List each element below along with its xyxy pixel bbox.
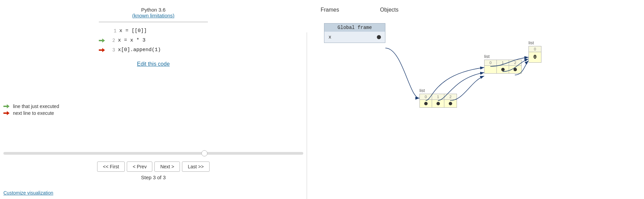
legend-red-text: next line to execute <box>13 110 54 116</box>
line-num-1: 1 <box>108 27 117 35</box>
code-text-1: x = [[0]] <box>119 27 147 35</box>
cell-index-0: 0 <box>420 94 432 100</box>
legend-green-text: line that just executed <box>13 104 59 109</box>
last-button[interactable]: Last >> <box>182 162 210 172</box>
python-version: Python 3.6 (known limitations) <box>132 7 174 18</box>
inner-cell-0: 0 <box>485 60 497 73</box>
list-cell-1: 1 <box>432 94 444 107</box>
code-text-2: x = x * 3 <box>118 36 145 45</box>
line-num-2: 2 <box>107 37 115 44</box>
customize-link[interactable]: Customize visualization <box>3 190 53 196</box>
step-label: Step 3 of 3 <box>141 174 166 180</box>
inner-cell-2: 2 <box>509 60 521 73</box>
main-container: Python 3.6 (known limitations) 1 x = [[0… <box>0 0 644 199</box>
inner-cell-1: 1 <box>497 60 509 73</box>
line-num-3: 3 <box>107 46 115 54</box>
legend: line that just executed next line to exe… <box>0 102 59 117</box>
inner-index-2: 2 <box>509 60 521 66</box>
list-cell-0: 0 <box>420 94 432 107</box>
value-box-label: list <box>528 40 541 45</box>
frame-pointer-dot <box>377 35 381 39</box>
inner-list-cells: 0 1 2 <box>484 60 522 74</box>
inner-dot-1 <box>501 68 505 71</box>
known-limitations-link[interactable]: (known limitations) <box>132 13 174 18</box>
legend-red-arrow-icon <box>3 111 10 116</box>
outer-list: list 0 1 2 <box>419 88 457 108</box>
value-box-cells: 0 0 <box>528 46 541 63</box>
inner-list-label: list <box>484 54 522 59</box>
visualization-area: Global frame x list 0 1 <box>321 20 630 183</box>
outer-list-cells: 0 1 2 <box>419 94 457 108</box>
legend-green-arrow-icon <box>3 104 10 109</box>
frame-header: Global frame <box>324 24 385 32</box>
code-line-1: 1 x = [[0]] <box>99 27 208 35</box>
edit-this-code-link[interactable]: Edit this code <box>137 61 170 67</box>
red-arrow-icon <box>99 48 106 52</box>
inner-index-0: 0 <box>485 60 496 66</box>
first-button[interactable]: << First <box>97 162 125 172</box>
value-val-0: 0 <box>529 52 541 62</box>
objects-title: Objects <box>380 7 398 13</box>
frame-var-x: x <box>328 34 331 40</box>
frame-row: x <box>324 32 385 43</box>
frames-title: Frames <box>321 7 339 13</box>
global-frame: Global frame x <box>324 23 385 43</box>
inner-value-0 <box>485 66 496 70</box>
prev-button[interactable]: < Prev <box>127 162 153 172</box>
code-text-3: x[0].append(1) <box>118 46 161 54</box>
legend-green: line that just executed <box>3 104 59 109</box>
code-area: 1 x = [[0]] 2 x = x * 3 3 x[0].append(1) <box>99 22 208 56</box>
slider-track[interactable] <box>3 152 303 155</box>
version-text: Python 3.6 <box>141 7 166 13</box>
value-box: list 0 0 <box>528 40 541 63</box>
inner-list: list 0 1 2 <box>484 54 522 74</box>
cell-dot-2 <box>449 102 452 105</box>
cell-dot-0 <box>424 102 428 105</box>
list-cell-2: 2 <box>444 94 457 107</box>
right-panel: Frames Objects Global frame x list 0 <box>307 0 644 199</box>
code-line-2: 2 x = x * 3 <box>99 36 208 45</box>
slider-container <box>0 152 307 155</box>
code-line-3: 3 x[0].append(1) <box>99 46 208 54</box>
outer-list-label: list <box>419 88 457 93</box>
legend-red: next line to execute <box>3 110 59 116</box>
cell-index-1: 1 <box>432 94 444 100</box>
value-index-0: 0 <box>529 46 541 52</box>
navigation-buttons: << First < Prev Next > Last >> <box>97 162 210 172</box>
inner-dot-2 <box>513 68 517 71</box>
cell-dot-1 <box>436 102 440 105</box>
arrows-svg <box>321 20 630 183</box>
slider-thumb[interactable] <box>201 150 208 156</box>
left-panel: Python 3.6 (known limitations) 1 x = [[0… <box>0 0 307 199</box>
value-cell-0: 0 0 <box>529 46 541 62</box>
next-button[interactable]: Next > <box>154 162 180 172</box>
right-header: Frames Objects <box>321 7 630 13</box>
cell-index-2: 2 <box>444 94 457 100</box>
inner-index-1: 1 <box>497 60 509 66</box>
green-arrow-icon <box>99 38 106 43</box>
